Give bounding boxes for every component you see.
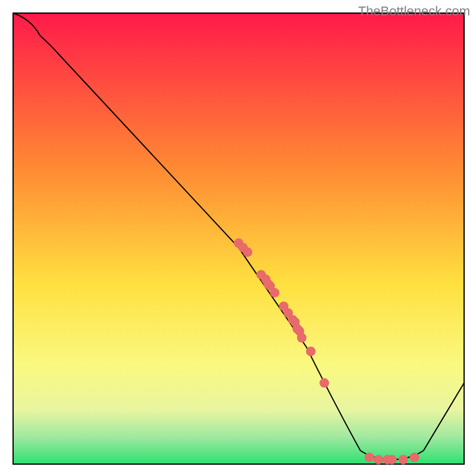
data-marker — [306, 347, 315, 356]
chart-container: TheBottleneck.com — [0, 0, 476, 476]
chart-plot — [0, 0, 476, 476]
data-marker — [387, 455, 397, 464]
data-marker — [270, 288, 280, 298]
data-marker — [365, 453, 374, 462]
watermark-text: TheBottleneck.com — [358, 4, 470, 19]
data-marker — [374, 455, 383, 464]
data-marker — [297, 333, 306, 343]
data-marker — [399, 455, 408, 464]
data-marker — [320, 378, 329, 388]
data-marker — [243, 248, 252, 257]
data-marker — [410, 453, 419, 462]
